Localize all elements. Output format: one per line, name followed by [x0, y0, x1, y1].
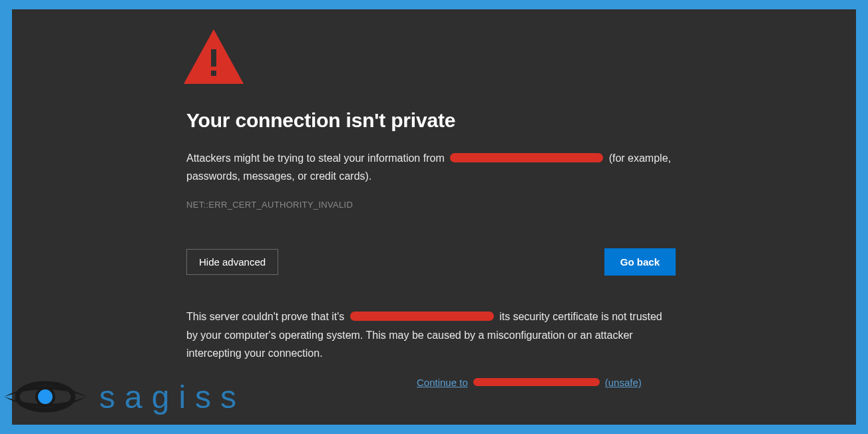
- continue-suffix: (unsafe): [605, 377, 642, 388]
- ssl-error-panel: Your connection isn't private Attackers …: [12, 9, 856, 425]
- redacted-hostname-3: [473, 378, 600, 386]
- redacted-hostname: [450, 153, 603, 162]
- advanced-prefix: This server couldn't prove that it's: [186, 311, 344, 322]
- description-prefix: Attackers might be trying to steal your …: [186, 152, 445, 164]
- error-code: NET::ERR_CERT_AUTHORITY_INVALID: [186, 200, 686, 210]
- sagiss-wordmark: sagiss: [99, 379, 246, 415]
- warning-triangle-icon: [184, 29, 686, 84]
- advanced-explanation: This server couldn't prove that it's its…: [186, 308, 676, 362]
- hide-advanced-button[interactable]: Hide advanced: [186, 249, 278, 275]
- continue-row: Continue to (unsafe): [186, 377, 686, 389]
- redacted-hostname-2: [350, 312, 494, 321]
- sagiss-logo: sagiss: [4, 372, 246, 422]
- continue-prefix: Continue to: [417, 377, 468, 388]
- continue-unsafe-link[interactable]: Continue to (unsafe): [417, 377, 642, 388]
- svg-rect-1: [211, 49, 216, 67]
- error-heading: Your connection isn't private: [186, 109, 686, 132]
- error-description: Attackers might be trying to steal your …: [186, 149, 686, 185]
- go-back-button[interactable]: Go back: [604, 248, 676, 276]
- button-row: Hide advanced Go back: [186, 248, 676, 276]
- eye-icon: [4, 372, 87, 422]
- svg-rect-2: [211, 71, 216, 76]
